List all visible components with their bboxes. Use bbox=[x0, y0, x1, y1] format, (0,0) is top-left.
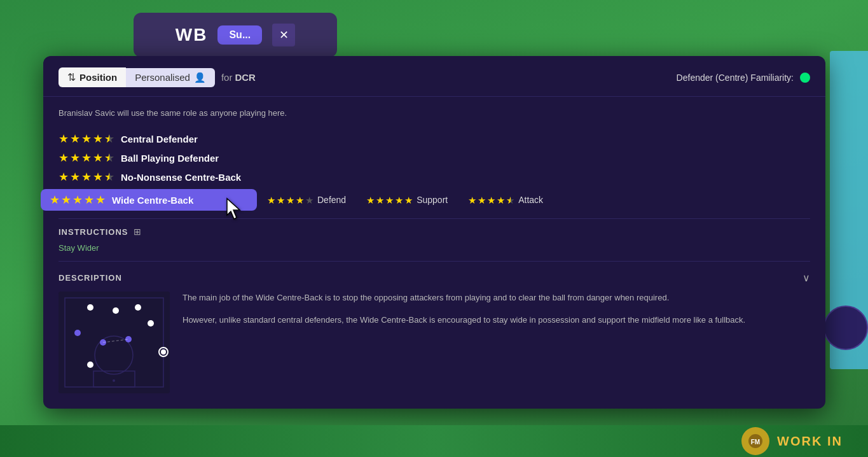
duty-attack[interactable]: ★ ★ ★ ★ ★★ Attack bbox=[468, 195, 543, 205]
position-tab[interactable]: ⇅ Position bbox=[59, 67, 126, 87]
wide-centre-back-name: Wide Centre-Back bbox=[112, 195, 193, 206]
description-title: DESCRIPTION bbox=[59, 273, 122, 283]
s5: ★ bbox=[305, 195, 313, 205]
svg-point-7 bbox=[113, 307, 119, 314]
star2: ★ bbox=[70, 171, 80, 183]
star3: ★ bbox=[72, 194, 83, 206]
person-icon: 👤 bbox=[194, 72, 206, 83]
star1: ★ bbox=[59, 171, 69, 183]
s1: ★ bbox=[267, 195, 275, 205]
svg-point-9 bbox=[74, 330, 81, 336]
for-label: for bbox=[221, 72, 233, 83]
ball-playing-defender-name: Ball Playing Defender bbox=[121, 153, 219, 164]
svg-rect-0 bbox=[59, 292, 170, 393]
description-collapse-icon[interactable]: ∨ bbox=[803, 272, 810, 284]
star4: ★ bbox=[93, 152, 103, 164]
star1: ★ bbox=[50, 194, 60, 206]
description-section: DESCRIPTION ∨ bbox=[59, 272, 810, 393]
star5: ★★ bbox=[104, 171, 114, 183]
top-card-text: WB bbox=[176, 25, 208, 45]
tactical-diagram bbox=[59, 292, 170, 393]
support-stars: ★ ★ ★ ★ ★ bbox=[366, 195, 413, 205]
star2: ★ bbox=[70, 133, 80, 144]
position-icon: ⇅ bbox=[67, 71, 76, 83]
familiarity-dot bbox=[800, 73, 810, 83]
bottom-logo: FM bbox=[741, 427, 769, 455]
attack-stars: ★ ★ ★ ★ ★★ bbox=[468, 195, 514, 205]
svg-point-5 bbox=[135, 304, 141, 311]
no-nonsense-stars: ★ ★ ★ ★ ★★ bbox=[59, 171, 114, 183]
star2: ★ bbox=[70, 152, 80, 164]
s4: ★ bbox=[395, 195, 403, 205]
defend-label: Defend bbox=[317, 195, 346, 205]
s2: ★ bbox=[376, 195, 384, 205]
star3: ★ bbox=[81, 171, 92, 183]
instruction-tag-stay-wider: Stay Wider bbox=[59, 243, 99, 253]
description-text-block: The main job of the Wide Centre-Back is … bbox=[183, 292, 810, 393]
svg-point-13 bbox=[87, 362, 93, 368]
attack-label: Attack bbox=[518, 195, 543, 205]
ball-playing-defender-stars: ★ ★ ★ ★ ★★ bbox=[59, 152, 114, 164]
instructions-expand-icon[interactable]: ⊞ bbox=[134, 227, 141, 237]
s3: ★ bbox=[487, 195, 495, 205]
s3: ★ bbox=[385, 195, 394, 205]
svg-point-4 bbox=[113, 379, 115, 382]
s4: ★ bbox=[296, 195, 304, 205]
star5: ★★ bbox=[104, 133, 114, 144]
star1: ★ bbox=[59, 133, 69, 144]
no-nonsense-name: No-Nonsense Centre-Back bbox=[121, 172, 241, 183]
star4: ★ bbox=[93, 133, 103, 144]
dcr-label: DCR bbox=[235, 72, 256, 83]
personalised-label: Personalised bbox=[135, 72, 190, 83]
support-label: Support bbox=[417, 195, 448, 205]
central-defender-name: Central Defender bbox=[121, 134, 198, 144]
duty-row: ★ ★ ★ ★ ★ Defend ★ ★ ★ ★ ★ bbox=[267, 195, 543, 205]
star4: ★ bbox=[84, 194, 94, 206]
header-left: ⇅ Position Personalised 👤 for DCR bbox=[59, 67, 256, 87]
star4: ★ bbox=[93, 171, 103, 183]
desc-para-1: The main job of the Wide Centre-Back is … bbox=[183, 292, 810, 305]
work-in-text: WORK IN bbox=[777, 434, 843, 449]
top-card-button[interactable]: Su... bbox=[217, 25, 262, 45]
description-header: DESCRIPTION ∨ bbox=[59, 272, 810, 284]
modal-body: Branislav Savic will use the same role a… bbox=[43, 97, 825, 393]
star1: ★ bbox=[59, 152, 69, 164]
s1: ★ bbox=[366, 195, 375, 205]
role-row-wide-centre-back[interactable]: ★ ★ ★ ★ ★ Wide Centre-Back bbox=[41, 189, 257, 211]
personalised-tab[interactable]: Personalised 👤 bbox=[126, 68, 215, 87]
role-selection-modal: ⇅ Position Personalised 👤 for DCR Defend… bbox=[43, 56, 825, 409]
desc-para-2: However, unlike standard central defende… bbox=[183, 314, 810, 327]
instruction-tags: Stay Wider bbox=[59, 242, 810, 253]
duty-support[interactable]: ★ ★ ★ ★ ★ Support bbox=[366, 195, 448, 205]
star5: ★★ bbox=[104, 152, 114, 164]
divider-2 bbox=[59, 261, 810, 262]
svg-text:FM: FM bbox=[751, 439, 760, 446]
defend-stars: ★ ★ ★ ★ ★ bbox=[267, 195, 313, 205]
role-row-ball-playing-defender[interactable]: ★ ★ ★ ★ ★★ Ball Playing Defender bbox=[59, 148, 810, 167]
star3: ★ bbox=[81, 133, 92, 144]
svg-point-8 bbox=[87, 304, 93, 311]
divider-1 bbox=[59, 218, 810, 219]
s1: ★ bbox=[468, 195, 476, 205]
star2: ★ bbox=[61, 194, 71, 206]
role-row-no-nonsense[interactable]: ★ ★ ★ ★ ★★ No-Nonsense Centre-Back bbox=[59, 167, 810, 186]
instructions-header: INSTRUCTIONS ⊞ bbox=[59, 227, 810, 237]
star5: ★ bbox=[95, 194, 106, 206]
right-panel-avatar bbox=[823, 306, 868, 350]
top-card-hint: WB Su... ✕ bbox=[134, 13, 337, 57]
s2: ★ bbox=[478, 195, 486, 205]
description-content: The main job of the Wide Centre-Back is … bbox=[59, 292, 810, 393]
central-defender-stars: ★ ★ ★ ★ ★★ bbox=[59, 133, 114, 144]
star3: ★ bbox=[81, 152, 92, 164]
s5: ★ bbox=[404, 195, 413, 205]
s3: ★ bbox=[286, 195, 294, 205]
s5: ★★ bbox=[506, 195, 514, 205]
duty-defend[interactable]: ★ ★ ★ ★ ★ Defend bbox=[267, 195, 346, 205]
svg-point-14 bbox=[161, 349, 166, 355]
role-row-central-defender[interactable]: ★ ★ ★ ★ ★★ Central Defender bbox=[59, 129, 810, 148]
modal-header: ⇅ Position Personalised 👤 for DCR Defend… bbox=[43, 56, 825, 97]
position-tab-label: Position bbox=[79, 72, 117, 83]
svg-point-6 bbox=[148, 320, 154, 327]
wide-centre-back-stars: ★ ★ ★ ★ ★ bbox=[50, 194, 106, 206]
bottom-bar: FM WORK IN bbox=[0, 425, 868, 457]
